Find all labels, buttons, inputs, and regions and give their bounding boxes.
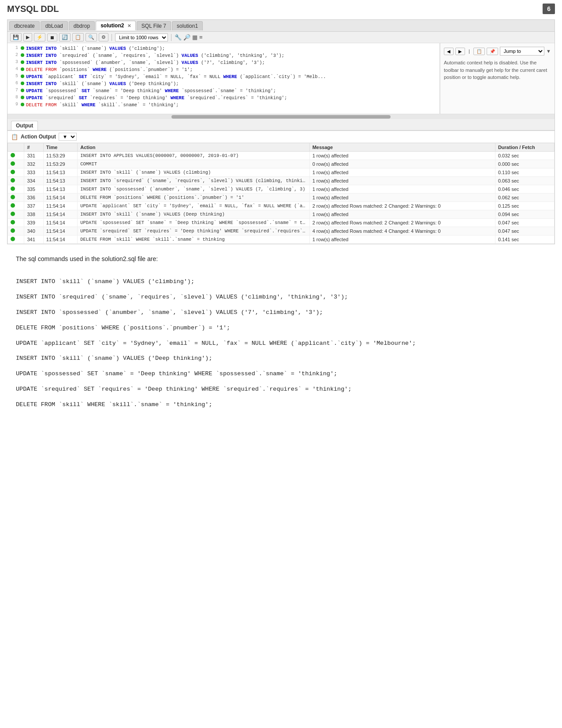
nav-back-button[interactable]: ◀ [444,48,454,55]
code-line-4: 4 DELETE FROM `positions` WHERE (`positi… [7,66,439,73]
line-dot-5 [21,75,24,78]
limit-rows-select[interactable]: Limit to 1000 rows [115,34,168,41]
output-header: 📋 Action Output ▼ [7,131,555,143]
tab-bar: dbcreate dbLoad dbdrop solution2 ✕ SQL F… [7,20,555,32]
table-row: 334 11:54:13 INSERT INTO `srequired` (`s… [8,177,555,185]
stop-button[interactable]: ⏹ [47,34,57,41]
line-dot-8 [21,96,24,99]
page-title: MYSQL DDL [7,4,59,14]
col-duration: Duration / Fetch [495,143,554,152]
jump-to-select[interactable]: Jump to [500,47,544,56]
execute-selection-button[interactable]: ⚡ [34,33,45,41]
command-line: INSERT INTO `spossessed` (`anumber`, `sn… [16,308,546,318]
description-area: The sql commands used in the solution2.s… [7,247,555,277]
command-line: UPDATE `applicant` SET `city` = 'Sydney'… [16,339,546,349]
line-dot-7 [21,89,24,92]
execute-button[interactable]: ▶ [23,33,32,41]
search-button[interactable]: 🔍 [86,33,97,41]
status-dot [11,228,15,233]
tab-close-icon[interactable]: ✕ [127,23,131,28]
output-panel-title: Action Output [21,134,56,140]
status-dot [11,153,15,157]
code-line-5: 5 UPDATE `applicant` SET `city` = 'Sydne… [7,73,439,80]
main-container: dbcreate dbLoad dbdrop solution2 ✕ SQL F… [0,18,562,424]
output-panel-icon: 📋 [11,134,18,140]
code-editor[interactable]: 1 INSERT INTO `skill` (`sname`) VALUES (… [7,43,440,114]
table-row: 331 11:53:29 INSERT INTO APPLIES VALUES(… [8,152,555,160]
tab-dbdrop[interactable]: dbdrop [69,21,95,30]
status-dot [11,170,15,174]
right-panel: ◀ ▶ | 📋 📌 Jump to ▼ Automatic context he… [440,43,555,114]
tab-sqlfile7[interactable]: SQL File 7 [137,21,171,30]
status-dot [11,220,15,224]
output-panel: 📋 Action Output ▼ # Time Action Messa [7,131,555,244]
col-status [8,143,24,152]
nav-icon-btn2[interactable]: 📌 [487,48,498,55]
line-dot-3 [21,60,24,64]
right-panel-nav: ◀ ▶ | 📋 📌 Jump to ▼ [444,47,551,56]
status-dot [11,161,15,166]
code-line-9: 9 DELETE FROM `skill` WHERE `skill`.`sna… [7,101,439,108]
commands-container: INSERT INTO `skill` (`sname`) VALUES ('c… [7,277,555,422]
bottom-tabs: Output [7,119,555,131]
command-line: INSERT INTO `srequired` (`sname`, `requi… [16,292,546,302]
settings-icon[interactable]: ▼ [546,49,551,54]
tab-solution1[interactable]: solution1 [172,21,203,30]
table-row: 341 11:54:14 DELETE FROM `skill` WHERE `… [8,235,555,244]
tab-dbload[interactable]: dbLoad [41,21,68,30]
columns-icon[interactable]: ≡ [199,34,203,41]
ide-panel: dbcreate dbLoad dbdrop solution2 ✕ SQL F… [7,19,555,244]
line-dot-9 [21,103,24,106]
scroll-thumb [171,115,390,119]
status-dot [11,237,15,241]
nav-forward-button[interactable]: ▶ [455,48,465,55]
table-row: 332 11:53:29 COMMIT 0 row(s) affected 0.… [8,160,555,168]
nav-icon-btn1[interactable]: 📋 [473,48,485,55]
line-dot-2 [21,53,24,57]
command-line: DELETE FROM `positions` WHERE (`position… [16,323,546,333]
col-num: # [24,143,43,152]
col-time: Time [43,143,77,152]
status-dot [11,187,15,191]
code-line-6: 6 INSERT INTO `skill` (`sname`) VALUES (… [7,80,439,87]
command-line: INSERT INTO `skill` (`sname`) VALUES ('c… [16,277,546,287]
refresh-button[interactable]: 🔄 [59,33,71,41]
action-table-container[interactable]: # Time Action Message Duration / Fetch 3… [7,143,555,244]
table-row: 333 11:54:13 INSERT INTO `skill` (`sname… [8,168,555,177]
tab-solution2[interactable]: solution2 ✕ [96,21,136,30]
table-row: 340 11:54:14 UPDATE `srequired` SET `req… [8,227,555,235]
table-row: 337 11:54:14 UPDATE `applicant` SET `cit… [8,202,555,210]
search2-icon[interactable]: 🔎 [183,34,190,41]
nav-separator: | [469,49,470,54]
ide-toolbar: 💾 ▶ ⚡ ⏹ 🔄 📋 🔍 ⚙ Limit to 1000 rows 🔧 🔎 ▦… [7,32,555,43]
page-header: MYSQL DDL 6 [0,0,562,18]
context-help-text: Automatic context help is disabled. Use … [444,59,551,81]
toolbar-separator-2 [171,34,171,41]
page-number: 6 [543,4,555,14]
code-line-1: 1 INSERT INTO `skill` (`sname`) VALUES (… [7,45,439,52]
tab-output[interactable]: Output [11,121,38,130]
status-dot [11,178,15,183]
horizontal-scrollbar[interactable] [7,114,555,119]
desc-intro: The sql commands used in the solution2.s… [16,254,546,265]
code-line-2: 2 INSERT INTO `srequired` (`sname`, `req… [7,52,439,59]
command-line: UPDATE `spossessed` SET `sname` = 'Deep … [16,369,546,379]
table-row: 335 11:54:13 INSERT INTO `spossessed` (`… [8,185,555,194]
command-line: DELETE FROM `skill` WHERE `skill`.`sname… [16,400,546,410]
save-button[interactable]: 💾 [10,33,22,41]
table-row: 336 11:54:14 DELETE FROM `positions` WHE… [8,194,555,202]
command-line: INSERT INTO `skill` (`sname`) VALUES ('D… [16,354,546,364]
tab-dbcreate[interactable]: dbcreate [9,21,40,30]
line-dot-1 [21,46,24,50]
code-line-3: 3 INSERT INTO `spossessed` (`anumber`, `… [7,59,439,66]
line-dot-6 [21,82,24,85]
filter-button[interactable]: ⚙ [99,33,108,41]
format-button[interactable]: 📋 [72,33,84,41]
ide-body: 1 INSERT INTO `skill` (`sname`) VALUES (… [7,43,555,114]
output-filter-select[interactable]: ▼ [59,133,77,141]
grid-icon[interactable]: ▦ [192,34,197,41]
status-dot [11,195,15,199]
toolbar-separator [112,34,112,41]
tools-icon[interactable]: 🔧 [175,34,182,41]
status-dot [11,212,15,216]
